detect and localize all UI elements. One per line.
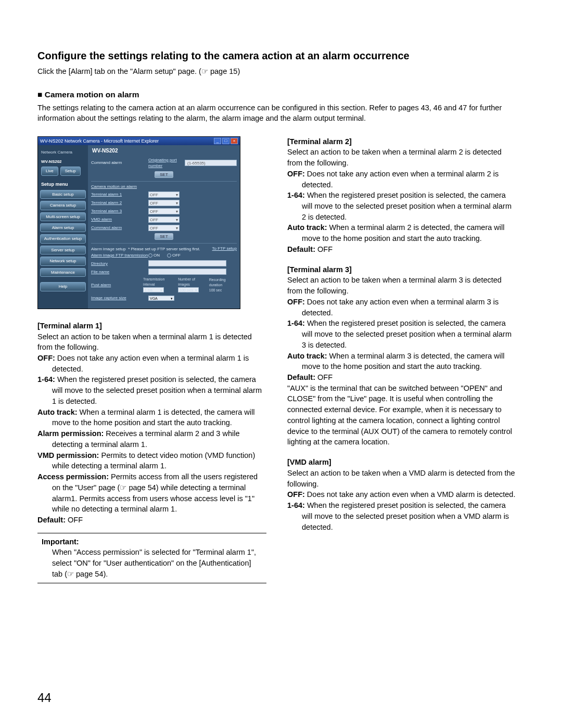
row-terminal-alarm-2[interactable]: Terminal alarm 2 bbox=[91, 200, 148, 206]
opt-alarmperm-label: Alarm permission: bbox=[37, 429, 104, 438]
select-interval[interactable]: 1 fps▾ bbox=[143, 287, 164, 292]
vmd-164-text: When the registered preset position is s… bbox=[302, 501, 509, 531]
opt-164-text: When the registered preset position is s… bbox=[52, 375, 262, 405]
select-terminal-alarm-2[interactable]: OFF▾ bbox=[148, 200, 180, 206]
post-col-interval-label: Transmission interval bbox=[143, 277, 174, 287]
row-ftp-transmission[interactable]: Alarm image FTP transmission bbox=[91, 252, 148, 258]
row-terminal-alarm-1[interactable]: Terminal alarm 1 bbox=[91, 191, 148, 197]
sidebar: Network Camera WV-NS202 Live Setup Setup… bbox=[38, 145, 88, 308]
row-vmd-alarm[interactable]: VMD alarm bbox=[91, 216, 148, 222]
chevron-down-icon: ▾ bbox=[176, 192, 178, 197]
sidebar-item-camera-setup[interactable]: Camera setup bbox=[40, 201, 86, 210]
sidebar-item-server-setup[interactable]: Server setup bbox=[40, 246, 86, 254]
important-box: Important: When "Access permission" is s… bbox=[37, 533, 266, 583]
chevron-down-icon: ▾ bbox=[176, 209, 178, 214]
maximize-icon[interactable]: □ bbox=[222, 138, 229, 144]
main-panel: WV-NS202 Command alarm Originating port … bbox=[88, 145, 240, 308]
opt-vmdperm-label: VMD permission: bbox=[37, 451, 99, 459]
t3-default-label: Default: bbox=[287, 373, 315, 381]
chevron-down-icon: ▾ bbox=[176, 200, 178, 206]
left-column: WV-NS202 Network Camera - Microsoft Inte… bbox=[37, 134, 266, 583]
terminal-alarm-2-title: [Terminal alarm 2] bbox=[287, 136, 516, 147]
important-title: Important: bbox=[42, 537, 266, 547]
right-column: [Terminal alarm 2] Select an action to b… bbox=[287, 134, 516, 533]
sub-intro: The settings relating to the camera acti… bbox=[37, 103, 525, 124]
set-button-1[interactable]: SET bbox=[155, 171, 173, 178]
to-ftp-setup-link[interactable]: To FTP setup bbox=[212, 246, 237, 251]
window-titlebar: WV-NS202 Network Camera - Microsoft Inte… bbox=[38, 137, 240, 146]
post-col-images-label: Number of images bbox=[178, 277, 205, 287]
t3-default-value: OFF bbox=[315, 373, 333, 381]
select-terminal-alarm-3[interactable]: OFF▾ bbox=[148, 208, 180, 214]
port-input[interactable]: (1-65535) bbox=[185, 160, 237, 166]
t3-autotrack-label: Auto track: bbox=[287, 352, 327, 360]
default-label: Default: bbox=[37, 516, 66, 524]
row-port-label: Originating port number bbox=[148, 157, 185, 169]
t3-164-label: 1-64: bbox=[287, 319, 305, 327]
sidebar-item-alarm-setup[interactable]: Alarm setup bbox=[40, 223, 86, 232]
t2-autotrack-label: Auto track: bbox=[287, 223, 327, 232]
opt-164-label: 1-64: bbox=[37, 375, 55, 384]
row-directory[interactable]: Directory bbox=[91, 261, 148, 266]
page-number: 44 bbox=[37, 691, 52, 705]
terminal-alarm-2-intro: Select an action to be taken when a term… bbox=[287, 147, 516, 168]
post-col-duration-label: Recording duration bbox=[209, 277, 237, 288]
filename-input[interactable] bbox=[148, 269, 226, 275]
directory-input[interactable] bbox=[148, 260, 226, 266]
live-button[interactable]: Live bbox=[41, 167, 58, 175]
close-icon[interactable]: × bbox=[231, 138, 238, 144]
square-marker-icon: ■ bbox=[37, 90, 42, 99]
row-filename[interactable]: File name bbox=[91, 269, 148, 275]
set-button-2[interactable]: SET bbox=[155, 233, 173, 240]
window-buttons: _ □ × bbox=[214, 138, 238, 144]
opt-off-label: OFF: bbox=[37, 354, 55, 362]
t3-autotrack-text: When a terminal alarm 3 is detected, the… bbox=[302, 352, 504, 371]
select-command-alarm[interactable]: OFF▾ bbox=[148, 225, 180, 231]
sidebar-item-network-setup[interactable]: Network setup bbox=[40, 257, 86, 265]
t2-default-value: OFF bbox=[315, 245, 333, 253]
intro-line: Click the [Alarm] tab on the "Alarm setu… bbox=[37, 67, 525, 75]
terminal-alarm-3-intro: Select an action to be taken when a term… bbox=[287, 275, 516, 296]
select-terminal-alarm-1[interactable]: OFF▾ bbox=[148, 191, 180, 198]
t2-off-text: Does not take any action even when a ter… bbox=[302, 170, 499, 189]
default-value: OFF bbox=[66, 516, 83, 524]
panel-camera-motion-head: Camera motion on alarm bbox=[91, 184, 237, 189]
sidebar-item-help[interactable]: Help bbox=[40, 282, 86, 291]
window-title: WV-NS202 Network Camera - Microsoft Inte… bbox=[40, 138, 159, 145]
sidebar-item-authentication-setup[interactable]: Authentication setup bbox=[40, 234, 86, 243]
opt-autotrack-text: When a terminal alarm 1 is detected, the… bbox=[52, 408, 254, 427]
row-image-capture-size[interactable]: Image capture size bbox=[91, 295, 148, 301]
t3-off-text: Does not take any action even when a ter… bbox=[302, 298, 499, 317]
embedded-screenshot: WV-NS202 Network Camera - Microsoft Inte… bbox=[37, 136, 240, 309]
row-command-alarm[interactable]: Command alarm bbox=[91, 225, 148, 231]
vmd-alarm-intro: Select an action to be taken when a VMD … bbox=[287, 468, 516, 489]
sidebar-item-multiscreen-setup[interactable]: Multi-screen setup bbox=[40, 212, 86, 221]
sidebar-crumb-model: WV-NS202 bbox=[40, 158, 86, 167]
select-num-images[interactable]: 100 pics▾ bbox=[178, 287, 199, 292]
panel-note: * Please set up FTP server setting first… bbox=[128, 247, 200, 251]
vmd-off-label: OFF: bbox=[287, 490, 305, 499]
radio-on[interactable]: ON bbox=[148, 252, 160, 258]
opt-accessperm-label: Access permission: bbox=[37, 472, 109, 481]
t2-default-label: Default: bbox=[287, 245, 315, 253]
vmd-alarm-title: [VMD alarm] bbox=[287, 457, 516, 468]
sidebar-item-maintenance[interactable]: Maintenance bbox=[40, 268, 86, 277]
aux-paragraph: "AUX" is the terminal that can be switch… bbox=[287, 383, 516, 448]
select-vmd-alarm[interactable]: OFF▾ bbox=[148, 216, 180, 223]
t3-off-label: OFF: bbox=[287, 298, 305, 306]
setup-button[interactable]: Setup bbox=[60, 167, 81, 175]
t2-164-text: When the registered preset position is s… bbox=[302, 191, 512, 221]
radio-off[interactable]: OFF bbox=[167, 252, 181, 258]
select-image-capture-size[interactable]: VGA▾ bbox=[148, 296, 174, 301]
minimize-icon[interactable]: _ bbox=[214, 138, 221, 144]
row-post-alarm[interactable]: Post alarm bbox=[91, 282, 143, 288]
sidebar-menu-title: Setup menu bbox=[40, 181, 86, 188]
t2-off-label: OFF: bbox=[287, 170, 305, 178]
vmd-164-label: 1-64: bbox=[287, 501, 305, 509]
chevron-down-icon: ▾ bbox=[171, 296, 173, 300]
post-duration-value: 100 sec bbox=[209, 288, 237, 293]
sidebar-item-basic-setup[interactable]: Basic setup bbox=[40, 190, 86, 199]
chevron-down-icon: ▾ bbox=[160, 288, 162, 292]
row-terminal-alarm-3[interactable]: Terminal alarm 3 bbox=[91, 208, 148, 214]
t3-164-text: When the registered preset position is s… bbox=[302, 319, 512, 349]
